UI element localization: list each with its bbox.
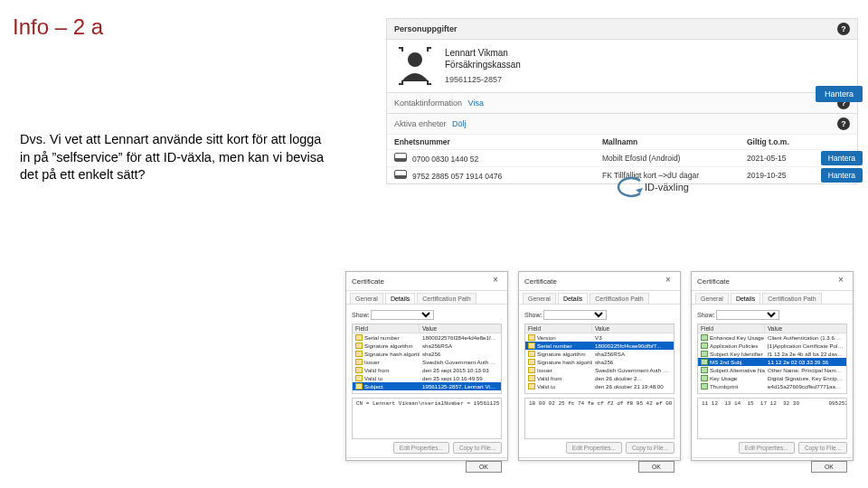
ok-button[interactable]: OK [638,461,675,473]
callout-arrow [613,174,644,201]
tab-general[interactable]: General [695,293,729,304]
tab-certpath[interactable]: Certification Path [762,293,821,304]
cert-field-row[interactable]: Valid to den 25 sept 10:16:49:59 [353,374,501,382]
edit-properties-button[interactable]: Edit Properties... [739,442,795,454]
help-icon[interactable]: ? [837,23,850,35]
cert-field-row[interactable]: Issuer Swedish Government Auth CA... [525,366,674,374]
cert-field-row[interactable]: Signature hash algorithm sha256 [353,350,501,358]
manage-button[interactable]: Hantera [821,168,863,183]
cert-list-header: Field Value [698,324,846,333]
field-icon [528,343,535,349]
close-icon[interactable]: × [662,275,675,287]
field-icon [701,351,708,357]
field-icon [701,343,708,349]
panel-title: Personuppgifter [394,24,458,33]
field-icon [355,375,363,381]
cert-list-header: Field Value [525,324,674,333]
certificate-window: Certificate × General Details Certificat… [691,271,854,461]
device-row: 0700 0830 1440 52 Mobilt EfosId (Android… [387,149,857,166]
devices-link[interactable]: Dölj [452,119,467,128]
cert-detail-box: CN = Lennart Vikman\nserialNumber = 1956… [352,398,502,439]
cert-field-list[interactable]: Field Value Enhanced Key Usage Client Au… [697,324,847,394]
field-icon [701,367,708,373]
device-number: 0700 0830 1440 52 [412,155,478,164]
cert-field-row[interactable]: Application Policies [1]Application Cert… [698,342,846,350]
cert-list-header: Field Value [353,324,501,333]
close-icon[interactable]: × [489,275,502,287]
copy-to-file-button[interactable]: Copy to File... [798,442,847,454]
col-device: Enhetsnummer [394,137,602,146]
copy-to-file-button[interactable]: Copy to File... [626,442,675,454]
close-icon[interactable]: × [835,275,847,287]
avatar-icon [394,45,436,87]
contact-section: Kontaktinformation Visa ? [387,92,857,113]
cert-field-row[interactable]: Enhanced Key Usage Client Authentication… [698,333,846,342]
show-select[interactable] [371,310,434,320]
cert-tabs: General Details Certification Path [346,291,507,305]
cert-field-row[interactable]: Thumbprint e4d15a27609ccffed7771aa5ca1ca… [698,382,846,390]
manage-button[interactable]: Hantera [816,86,863,102]
card-icon [394,153,407,162]
cert-field-row[interactable]: Subject Alternative Name Other Name: Pri… [698,366,846,374]
field-icon [528,383,535,389]
cert-tabs: General Details Certification Path [692,291,853,305]
devices-table-header: Enhetsnummer Mallnamn Giltig t.o.m. [387,134,857,149]
tab-general[interactable]: General [350,293,383,304]
ok-button[interactable]: OK [466,461,502,473]
field-icon [528,375,535,381]
copy-to-file-button[interactable]: Copy to File... [453,442,502,454]
cert-field-row[interactable]: Valid to den 26 oktober 21 19:48:00 [525,382,674,390]
tab-certpath[interactable]: Certification Path [417,293,476,304]
ok-button[interactable]: OK [811,461,847,473]
help-icon[interactable]: ? [837,117,850,130]
cert-field-row[interactable]: Version V3 [525,333,674,342]
window-titlebar: Certificate × [346,272,507,291]
field-icon [701,383,708,389]
window-title: Certificate [352,277,384,286]
show-select[interactable] [716,310,779,320]
edit-properties-button[interactable]: Edit Properties... [566,442,622,454]
show-select[interactable] [543,310,607,320]
cert-field-row[interactable]: MS 2nd Subj. 11 12 2e 02 03 33 39 36 [698,358,846,366]
window-titlebar: Certificate × [692,272,853,291]
tab-details[interactable]: Details [731,293,760,304]
field-icon [355,367,363,373]
window-title: Certificate [524,277,557,286]
certificate-window: Certificate × General Details Certificat… [518,271,681,461]
cert-field-row[interactable]: Signature algorithm sha256RSA [353,342,501,350]
cert-field-row[interactable]: Signature algorithm sha256RSA [525,350,674,358]
cert-field-list[interactable]: Field Value Version V3 Serial number 180… [524,324,675,394]
field-icon [701,334,708,341]
field-icon [528,334,535,341]
devices-label: Aktiva enheter [394,119,447,128]
tab-details[interactable]: Details [385,293,415,304]
tab-certpath[interactable]: Certification Path [590,293,648,304]
field-icon [701,375,708,381]
contact-link[interactable]: Visa [468,99,484,108]
person-info-panel: Personuppgifter ? Lennart Vikman Försäkr… [386,18,858,184]
field-icon [528,359,535,365]
cert-field-row[interactable]: Valid from den 26 oktober 2... [525,374,674,382]
cert-field-row[interactable]: Subject Key Identifier f1 13 2a 2e 4b a8… [698,350,846,358]
cert-field-row[interactable]: Key Usage Digital Signature, Key Enciphe… [698,374,846,382]
show-filter: Show: [524,310,675,320]
tab-details[interactable]: Details [558,293,588,304]
cert-field-row[interactable]: Serial number 18000225fcf4cae90dfbf7... [525,342,674,350]
card-icon [394,170,407,179]
cert-field-row[interactable]: Valid from den 25 sept 2015 10:13:03 [353,366,501,374]
svg-point-0 [408,52,422,67]
show-filter: Show: [352,310,502,320]
tab-general[interactable]: General [523,293,556,304]
col-name: Mallnamn [602,137,747,146]
manage-button[interactable]: Hantera [821,151,863,165]
cert-field-row[interactable]: Issuer Swedish Government Auth CA... [353,358,501,366]
cert-field-row[interactable]: Signature hash algorithm sha256 [525,358,674,366]
cert-field-row[interactable]: Subject 19561125-2857, Lennart Vikm... [353,382,501,390]
field-icon [701,359,708,365]
cert-field-list[interactable]: Field Value Serial number 1800022576f284… [352,324,502,394]
cert-tabs: General Details Certification Path [519,291,680,305]
field-icon [528,351,535,357]
edit-properties-button[interactable]: Edit Properties... [393,442,449,454]
cert-field-row[interactable]: Serial number 1800022576f284e4d4e8e1f7..… [353,333,501,342]
field-icon [355,383,363,389]
